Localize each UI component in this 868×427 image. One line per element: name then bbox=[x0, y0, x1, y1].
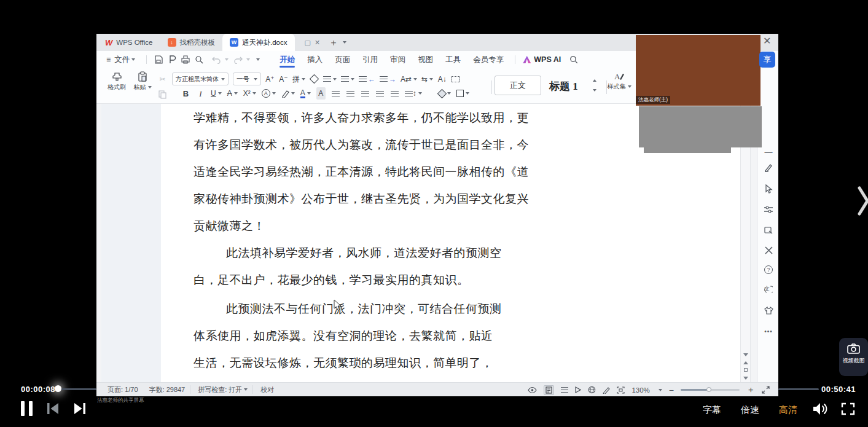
more-icon[interactable]: ••• bbox=[762, 325, 775, 337]
outline-view-button[interactable] bbox=[561, 387, 568, 393]
annotate-pen-icon[interactable] bbox=[762, 162, 775, 174]
spellcheck-toggle[interactable]: 拼写检查: 打开 bbox=[198, 385, 248, 394]
fit-page-icon[interactable] bbox=[617, 386, 625, 394]
proofread-button[interactable]: 校对 bbox=[260, 385, 274, 394]
menu-item-member[interactable]: 会员专享 bbox=[467, 51, 510, 68]
paste-button[interactable]: 粘贴 bbox=[131, 71, 154, 92]
distribute-button[interactable] bbox=[390, 87, 399, 100]
cut-button[interactable]: ✂ bbox=[158, 73, 167, 85]
minimize-pane-icon[interactable]: — bbox=[762, 146, 775, 158]
align-center-button[interactable] bbox=[346, 87, 355, 100]
clear-format-button[interactable] bbox=[310, 73, 319, 85]
tab-comment-icon[interactable]: ▢ bbox=[305, 39, 311, 47]
print-preview-button[interactable] bbox=[192, 53, 206, 66]
doc-repair-icon[interactable] bbox=[762, 224, 775, 236]
tab-wps-office[interactable]: W WPS Office bbox=[98, 34, 160, 51]
font-color-button[interactable]: A bbox=[300, 87, 311, 100]
char-shading-button[interactable]: A bbox=[316, 87, 326, 100]
video-screenshot-button[interactable]: 视频截图 bbox=[839, 338, 868, 376]
settings-sliders-icon[interactable] bbox=[762, 203, 775, 216]
wrap-button[interactable]: ⇆ bbox=[421, 73, 433, 85]
subtitles-button[interactable]: 字幕 bbox=[703, 404, 721, 416]
shading-button[interactable] bbox=[439, 87, 451, 100]
font-size-select[interactable]: 一号 bbox=[233, 72, 261, 85]
select-cursor-icon[interactable] bbox=[762, 182, 775, 195]
tools-icon[interactable] bbox=[762, 244, 775, 256]
shrink-font-button[interactable]: A⁻ bbox=[279, 73, 288, 85]
sort-button[interactable]: A↓ bbox=[437, 73, 447, 85]
zoom-caret-icon[interactable] bbox=[659, 389, 662, 391]
tab-docer-template[interactable]: ↓ 找稻壳模板 bbox=[160, 34, 223, 51]
grow-font-button[interactable]: A⁺ bbox=[265, 73, 275, 85]
progress-handle[interactable] bbox=[55, 385, 61, 392]
style-gallery-up-icon[interactable] bbox=[593, 79, 596, 82]
style-normal-button[interactable]: 正文 bbox=[495, 76, 541, 95]
next-page-button[interactable] bbox=[743, 375, 749, 381]
translate-icon[interactable]: 文 bbox=[762, 283, 775, 296]
progress-track[interactable] bbox=[61, 388, 96, 390]
strikethrough-button[interactable]: A bbox=[227, 87, 238, 100]
ink-pen-icon[interactable] bbox=[603, 386, 610, 394]
show-marks-button[interactable] bbox=[451, 73, 460, 85]
numbering-button[interactable] bbox=[341, 73, 354, 85]
file-menu[interactable]: ≡ 文件 bbox=[96, 51, 141, 68]
highlight-pen-button[interactable] bbox=[281, 87, 295, 100]
zoom-level[interactable]: 130% bbox=[631, 386, 649, 394]
read-mode-button[interactable] bbox=[575, 386, 581, 393]
redo-button[interactable] bbox=[231, 53, 244, 66]
previous-page-button[interactable] bbox=[743, 359, 749, 366]
bold-button[interactable]: B bbox=[181, 87, 190, 100]
toolbar-more-caret-icon[interactable] bbox=[256, 58, 260, 61]
tab-list-caret-icon[interactable] bbox=[343, 41, 346, 44]
fullscreen-button[interactable] bbox=[841, 402, 855, 415]
copy-button[interactable] bbox=[158, 88, 167, 101]
align-right-button[interactable] bbox=[361, 87, 370, 100]
print-button[interactable] bbox=[179, 53, 192, 66]
undo-button[interactable] bbox=[209, 53, 223, 66]
menu-item-home[interactable]: 开始 bbox=[273, 51, 301, 68]
style-heading1-button[interactable]: 标题 1 bbox=[549, 79, 578, 93]
quality-button[interactable]: 高清 bbox=[779, 404, 797, 416]
italic-button[interactable]: I bbox=[196, 87, 205, 100]
export-pdf-button[interactable] bbox=[165, 53, 179, 66]
eye-protect-icon[interactable] bbox=[528, 387, 537, 393]
tab-close-icon[interactable]: ✕ bbox=[315, 39, 320, 47]
playlist-chevron-icon[interactable] bbox=[858, 186, 868, 218]
font-name-select[interactable]: 方正粗黑宋简体 bbox=[172, 72, 229, 85]
next-button[interactable] bbox=[73, 402, 86, 415]
search-icon[interactable] bbox=[567, 53, 581, 66]
style-gallery-down-icon[interactable] bbox=[593, 89, 596, 92]
scroll-down-icon[interactable] bbox=[743, 351, 749, 358]
redo-caret-icon[interactable] bbox=[246, 58, 250, 61]
word-count[interactable]: 字数: 29847 bbox=[149, 385, 186, 394]
previous-button[interactable] bbox=[47, 402, 60, 415]
menu-item-reference[interactable]: 引用 bbox=[356, 51, 384, 68]
undo-caret-icon[interactable] bbox=[225, 58, 229, 61]
zoom-slider[interactable] bbox=[681, 389, 740, 391]
web-layout-button[interactable] bbox=[588, 386, 596, 394]
align-justify-button[interactable] bbox=[375, 87, 385, 100]
tab-document[interactable]: W 通天神卦.docx bbox=[222, 34, 295, 51]
new-tab-button[interactable]: ＋ bbox=[329, 37, 338, 49]
wps-ai-button[interactable]: WPS AI bbox=[534, 55, 561, 64]
webcam-overlay[interactable]: 法惠老师(主) bbox=[636, 35, 760, 106]
progress-track[interactable] bbox=[778, 388, 819, 390]
page-view-button[interactable] bbox=[544, 385, 554, 395]
menu-item-tools[interactable]: 工具 bbox=[439, 51, 467, 68]
bullets-button[interactable] bbox=[323, 73, 337, 85]
increase-indent-button[interactable]: → bbox=[380, 73, 396, 85]
fullscreen-doc-button[interactable] bbox=[762, 386, 770, 394]
menu-item-view[interactable]: 视图 bbox=[412, 51, 439, 68]
menu-item-page[interactable]: 页面 bbox=[329, 51, 356, 68]
menu-item-review[interactable]: 审阅 bbox=[384, 51, 412, 68]
borders-button[interactable] bbox=[456, 87, 469, 100]
menu-item-insert[interactable]: 插入 bbox=[301, 51, 329, 68]
pinyin-guide-button[interactable]: 拼 bbox=[292, 73, 305, 85]
volume-icon[interactable] bbox=[812, 402, 829, 416]
format-painter-button[interactable]: 格式刷 bbox=[105, 71, 128, 92]
speed-button[interactable]: 倍速 bbox=[741, 404, 759, 416]
help-icon[interactable]: ? bbox=[762, 264, 775, 276]
decrease-indent-button[interactable]: ← bbox=[359, 73, 375, 85]
close-icon[interactable]: ✕ bbox=[763, 36, 771, 46]
underline-button[interactable]: U bbox=[211, 87, 222, 100]
